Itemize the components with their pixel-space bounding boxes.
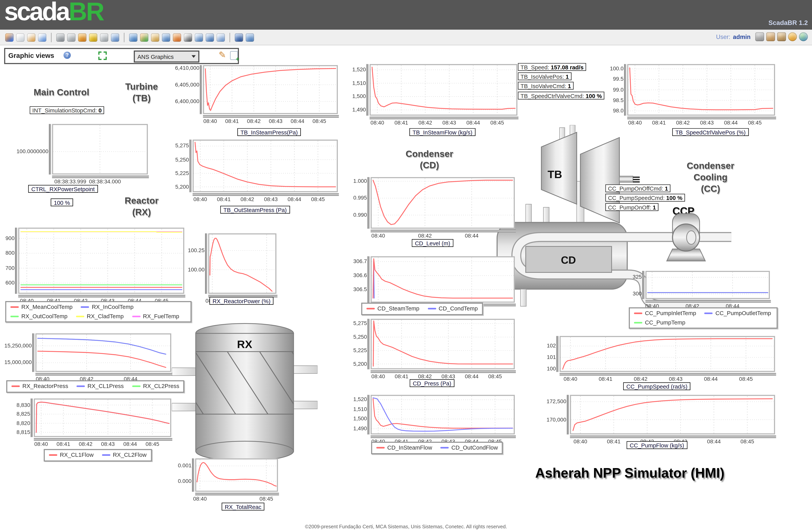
heading-reactor-line2: (RX) xyxy=(125,206,159,218)
ccp-pump-graphic xyxy=(667,213,705,261)
y-axis-tick-label: 1,500 xyxy=(353,415,367,421)
scheduled-events-icon[interactable] xyxy=(78,33,86,42)
heading-turbine: Turbine (TB) xyxy=(125,81,158,104)
cd-steam-temp-legend: CD_SteamTempCD_CondTemp xyxy=(361,303,483,315)
y-axis-tick-label: 100.00 xyxy=(188,266,205,272)
y-axis-tick-label: 100.25 xyxy=(188,247,205,253)
document-edit-icon[interactable] xyxy=(27,33,35,42)
y-axis-tick-label: 0.001 xyxy=(178,462,191,468)
edit-view-icon[interactable]: ✎ xyxy=(219,50,226,60)
user-profiles-icon[interactable] xyxy=(140,33,148,42)
y-axis-tick-label: 1,510 xyxy=(352,80,366,86)
user-icons-holder xyxy=(755,32,808,41)
settings-gear-icon[interactable] xyxy=(56,33,64,42)
y-axis-tick-label: 325 xyxy=(633,274,642,280)
chart-cd-steam-temp: 306.7306.6306.508:4008:4208:44 xyxy=(371,256,514,303)
mailing-lists-icon[interactable] xyxy=(151,33,159,42)
view-select-dropdown[interactable]: ANS Graphics xyxy=(134,51,199,62)
import-export-icon[interactable] xyxy=(195,33,203,42)
watch-list-icon[interactable] xyxy=(5,33,14,42)
y-axis-tick-label: 8,825 xyxy=(17,410,30,417)
palette-icon[interactable] xyxy=(788,32,797,41)
condenser-label: CD xyxy=(561,254,576,266)
label-cd-level: CD_Level (m) xyxy=(412,239,453,247)
fullscreen-icon[interactable] xyxy=(98,51,107,60)
help-icon[interactable] xyxy=(246,33,254,42)
rx-temps-legend: RX_MeanCoolTempRX_InCoolTempRX_OutCoolTe… xyxy=(5,301,192,323)
legend-item: RX_CladTemp xyxy=(76,312,124,321)
user-label: User: xyxy=(716,33,730,40)
mute-icon[interactable] xyxy=(755,32,764,41)
documentation-icon[interactable] xyxy=(217,33,225,42)
x-axis-tick-label: 08:45 xyxy=(481,119,513,126)
chart-ctrl-rx-power-setpoint: 100.000000008:38:33.99908:38:34.000 xyxy=(52,124,148,174)
graphic-views-panel: Graphic views ? ANS Graphics ✎ + xyxy=(4,48,239,64)
y-axis-tick-label: 0.000 xyxy=(178,478,191,484)
system-settings-icon[interactable] xyxy=(162,33,170,42)
chart-tb-in-steam-flow: 1,5201,5101,5001,49008:4008:4108:4208:43… xyxy=(369,64,517,116)
y-axis-tick-label: 98.5 xyxy=(613,97,624,103)
x-axis-tick-label: 08:44 xyxy=(456,232,487,239)
y-axis-tick-label: 101 xyxy=(547,354,556,360)
y-axis-tick-label: 5,250 xyxy=(353,333,367,340)
point-links-icon[interactable] xyxy=(100,33,108,42)
y-axis-tick-label: 700 xyxy=(5,264,15,271)
legend-item: CD_CondTemp xyxy=(427,304,478,313)
x-axis-tick-label: 08:43 xyxy=(660,376,691,382)
scadabr-logo: scadaBR xyxy=(4,0,103,26)
add-view-icon[interactable]: + xyxy=(230,51,238,60)
event-alarms-icon[interactable] xyxy=(173,33,181,42)
label-tb-in-steam-flow: TB_InSteamFlow (kg/s) xyxy=(409,128,475,136)
x-axis-tick-label: 08:45 xyxy=(739,119,770,126)
label-ctrl-rx-power-setpoint: CTRL_RXPowerSetpoint xyxy=(28,185,98,193)
maintenance-icon[interactable] xyxy=(184,33,192,42)
globe-icon[interactable] xyxy=(799,32,808,41)
y-axis-tick-label: 5,275 xyxy=(353,320,367,326)
cc-pump-speed-cmd-box: CC_PumpSpeedCmd: 100 % xyxy=(605,194,685,201)
y-axis-tick-label: 100.0 xyxy=(610,65,624,71)
home-settings-icon[interactable] xyxy=(777,32,786,41)
y-axis-tick-label: 100.0000000 xyxy=(17,148,48,154)
label-tb-in-steam-press: TB_InSteamPress(Pa) xyxy=(237,128,301,136)
chart-tb-in-steam-press: 6,410,0006,405,0006,400,00008:4008:4108:… xyxy=(203,65,338,114)
data-source-icon[interactable] xyxy=(67,33,75,42)
logo-text-scada: scada xyxy=(4,0,69,26)
y-axis-tick-label: 100 xyxy=(547,365,556,371)
chart-rx-press: 15,250,00015,000,00008:4008:4208:44 xyxy=(35,333,171,372)
rx-cl-flow-legend: RX_CL1FlowRX_CL2Flow xyxy=(44,449,152,461)
y-axis-tick-label: 98.0 xyxy=(613,107,624,113)
y-axis-tick-label: 300 xyxy=(633,290,642,297)
document-report-icon[interactable] xyxy=(38,33,46,42)
heading-condenser-line1: Condenser xyxy=(406,148,453,159)
legend-item: RX_MeanCoolTemp xyxy=(10,303,72,312)
publishers-icon[interactable] xyxy=(111,33,119,42)
label-tb-out-steam-press: TB_OutSteamPress (Pa) xyxy=(220,206,290,213)
x-axis-tick-label: 08:45 xyxy=(251,495,282,502)
document-blank-icon[interactable] xyxy=(16,33,25,42)
logout-icon[interactable] xyxy=(235,33,243,42)
scadabr-graphic-view-page: scadaBR ScadaBR 1.2 User: admin Graphic … xyxy=(0,0,812,532)
legend-item: CD_SteamTemp xyxy=(366,304,419,313)
home-icon[interactable] xyxy=(766,32,775,41)
user-area: User: admin xyxy=(716,32,808,41)
y-axis-tick-label: 1,510 xyxy=(353,406,367,412)
y-axis-tick-label: 6,400,000 xyxy=(175,98,199,104)
help-icon[interactable]: ? xyxy=(63,52,71,59)
users-icon[interactable] xyxy=(129,33,137,42)
heading-reactor-line1: Reactor xyxy=(125,195,159,206)
y-axis-tick-label: 172,500 xyxy=(547,398,566,404)
modules-icon[interactable] xyxy=(206,33,214,42)
legend-item: RX_ReactorPress xyxy=(12,382,68,391)
cc-temps-legend: CC_PumpInletTempCC_PumpOutletTempCC_Pump… xyxy=(629,307,778,329)
reactor-label: RX xyxy=(237,338,252,350)
event-handlers-icon[interactable] xyxy=(89,33,97,42)
y-axis-tick-label: 5,275 xyxy=(175,142,189,149)
legend-item: RX_CL1Flow xyxy=(49,450,93,460)
y-axis-tick-label: 800 xyxy=(5,250,15,256)
heading-turbine-line2: (TB) xyxy=(125,92,158,104)
x-axis-tick-label: 08:41 xyxy=(590,376,621,382)
tb-speed-box: TB_Speed: 157.08 rad/s xyxy=(518,63,586,71)
chart-cd-level: 1.0000.9950.99008:4008:4208:44 xyxy=(371,177,514,229)
y-axis-tick-label: 5,225 xyxy=(353,347,367,353)
y-axis-tick-label: 6,405,000 xyxy=(175,81,199,87)
